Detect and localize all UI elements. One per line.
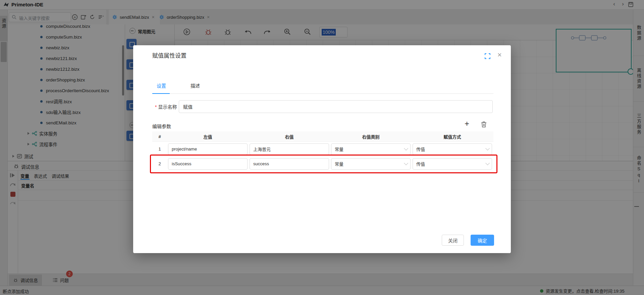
display-name-label: *显示名称 [155,103,177,110]
col-header-right-value: 右值 [249,133,330,140]
row-index: 1 [152,146,167,152]
params-table-header: # 左值 右值 右值类别 赋值方式 [152,131,493,142]
chevron-down-icon [404,161,408,165]
right-type-select[interactable]: 常量 [331,143,411,155]
tab-track [152,93,493,94]
dialog-title: 赋值属性设置 [152,51,186,59]
col-header-right-type: 右值类别 [330,133,412,140]
dialog-tab-description[interactable]: 描述 [191,82,200,89]
close-icon[interactable]: × [497,51,502,59]
ok-button[interactable]: 确定 [471,235,494,246]
col-header-left-value: 左值 [167,133,249,140]
active-tab-underline [152,93,170,94]
params-table: # 左值 右值 右值类别 赋值方式 1 project/name 上海普元 常量… [152,131,493,171]
assign-mode-select[interactable]: 传值 [413,158,492,170]
left-value-input[interactable]: project/name [168,143,248,155]
assign-mode-select[interactable]: 传值 [413,143,492,155]
assignment-properties-dialog: 赋值属性设置 × 设置 描述 *显示名称 赋值 编辑参数 + # 左值 右值 [133,45,511,253]
delete-row-button[interactable] [481,121,487,128]
close-button[interactable]: 关闭 [442,235,464,246]
left-value-input[interactable]: isSuccess [168,158,248,170]
edit-params-title: 编辑参数 [152,123,171,129]
display-name-input[interactable]: 赋值 [179,100,493,113]
right-type-select[interactable]: 常量 [331,158,411,170]
required-mark: * [155,104,157,110]
display-name-value: 赋值 [183,103,193,110]
chevron-down-icon [485,161,490,165]
right-value-input[interactable]: 上海普元 [250,143,329,155]
col-header-index: # [152,134,167,139]
dialog-tab-settings[interactable]: 设置 [157,82,166,89]
fullscreen-icon[interactable] [485,53,490,59]
param-row-2: 2 isSuccess success 常量 传值 [152,157,493,171]
app-window: Primeton-IDE ‹ › 输入关键字搜索 AI [0,0,644,295]
right-value-input[interactable]: success [250,158,329,170]
chevron-down-icon [404,146,408,151]
add-row-button[interactable]: + [465,120,469,128]
chevron-down-icon [485,146,490,151]
col-header-assign-mode: 赋值方式 [412,133,493,140]
row-index: 2 [152,161,167,166]
param-row-1: 1 project/name 上海普元 常量 传值 [152,142,493,157]
